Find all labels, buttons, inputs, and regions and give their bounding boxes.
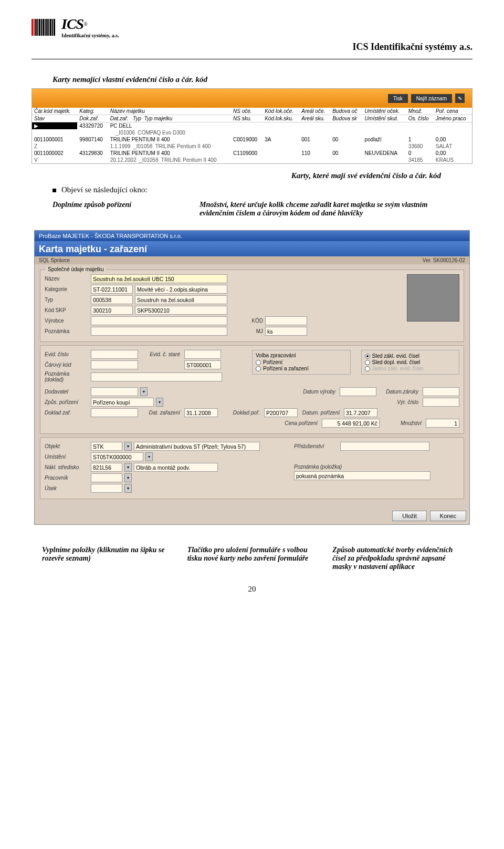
- cost-center-field[interactable]: [91, 463, 122, 472]
- manuf-date-field[interactable]: [340, 387, 376, 396]
- radio-jedno-zakl[interactable]: Jedno zákl. evid. číslo: [365, 366, 456, 371]
- group-common: Společné údaje majetku Název Kategorie T…: [40, 270, 464, 342]
- accessories-field[interactable]: [340, 442, 429, 451]
- chevron-down-icon[interactable]: ▾: [124, 484, 132, 493]
- radio-sled-zakl[interactable]: Sled zákl. evid. čísel: [365, 353, 456, 359]
- logo-subtitle: Identifikační systémy, a.s.: [61, 33, 119, 38]
- divider: [32, 59, 472, 59]
- page-number: 20: [32, 585, 472, 594]
- section-field[interactable]: [91, 484, 122, 493]
- price-field[interactable]: [322, 419, 380, 428]
- logo-area: ICS® Identifikační systémy, a.s.: [32, 16, 472, 38]
- table-subrow: Z1.1.1999 _I01058 TRILINE Pentium II 400…: [32, 143, 472, 150]
- date-acq-field[interactable]: [344, 408, 377, 417]
- item-note-field[interactable]: [294, 471, 430, 480]
- quantity-field[interactable]: [426, 419, 459, 428]
- page-header-right: ICS Identifikační systémy a.s.: [32, 42, 472, 53]
- object-desc-field: [134, 442, 260, 451]
- annotation-right: Množství, které určuje kolik chceme zařa…: [200, 201, 452, 218]
- skp-desc-field: [135, 306, 227, 315]
- status-left: SQL Správce: [39, 257, 70, 263]
- annotation-bottom-1: Vyplníme položky (kliknutím na šipku se …: [42, 546, 172, 571]
- bullet-3: Objeví se následující okno:: [52, 185, 452, 194]
- table-subrow: _I01006 COMPAQ Evo D300: [32, 129, 472, 136]
- object-code-field[interactable]: [91, 442, 122, 451]
- warranty-date-field[interactable]: [423, 387, 459, 396]
- chevron-down-icon[interactable]: ▾: [124, 463, 132, 472]
- window-title: ProBaze MAJETEK - ŠKODA TRANSPORTATION s…: [35, 231, 469, 241]
- name-field[interactable]: [91, 274, 227, 283]
- bullet-icon: [52, 189, 56, 192]
- bullet-3-text: Objeví se následující okno:: [61, 185, 452, 194]
- screenshot-asset-form: ProBaze MAJETEK - ŠKODA TRANSPORTATION s…: [34, 230, 470, 525]
- table-row[interactable]: 001100000243129830TRILINE PENTIUM II 400…: [32, 150, 472, 157]
- chevron-down-icon[interactable]: ▾: [145, 452, 153, 461]
- annotation-bottom-2: Tlačítko pro uložení formuláře s volbou …: [187, 546, 317, 571]
- screenshot-catalog-table: Tisk Najít záznam ✎ Čár.kód majetk.Kateg…: [32, 88, 472, 164]
- st-field: [184, 360, 221, 369]
- chevron-down-icon[interactable]: ▾: [124, 442, 132, 451]
- catalog-toolbar: Tisk Najít záznam ✎: [32, 89, 472, 108]
- supplier-field[interactable]: [91, 387, 138, 396]
- group-location: Objekt▾ Umístění▾ Nákl. středisko▾ Praco…: [40, 437, 464, 499]
- annotation-bottom-3: Způsob automatické tvorby evidenčních čí…: [332, 546, 462, 571]
- annotation-left: Doplníme způsob pořízení: [52, 201, 178, 218]
- table-header-row-2: StavDok.zař.Dat.zař. Typ Typ majetkuNS s…: [32, 115, 472, 122]
- chevron-down-icon[interactable]: ▾: [156, 398, 163, 407]
- worker-field[interactable]: [91, 473, 122, 482]
- print-button[interactable]: Tisk: [388, 94, 408, 103]
- kod-field[interactable]: [265, 316, 307, 325]
- skp-code-field[interactable]: [91, 306, 133, 315]
- form-title: Karta majetku - zařazení: [35, 241, 469, 256]
- group-title: Společné údaje majetku: [46, 266, 106, 272]
- mj-field: [265, 327, 307, 336]
- processing-choice-group: Volba zpracování Pořízení Pořízení a zař…: [252, 350, 351, 375]
- serial-field[interactable]: [423, 398, 459, 407]
- type-code-field[interactable]: [91, 295, 133, 304]
- note-has-evid: Karty, které mají své evidenční číslo a …: [32, 171, 472, 180]
- barcode-field[interactable]: [91, 360, 138, 369]
- table-subrow: V20.12.2002 _I01058 TRILINE Pentium II 4…: [32, 157, 472, 163]
- chevron-down-icon[interactable]: ▾: [124, 473, 132, 482]
- chevron-down-icon[interactable]: ▾: [140, 387, 148, 396]
- save-button[interactable]: Uložit: [392, 511, 427, 521]
- trademark-icon: ®: [83, 21, 88, 27]
- doc-assign-field[interactable]: [91, 408, 138, 417]
- category-code-field[interactable]: [91, 285, 133, 294]
- close-button[interactable]: Konec: [430, 511, 466, 521]
- note-no-evid: Karty nemající vlastní evidenční číslo a…: [52, 75, 472, 84]
- note-doc-field[interactable]: [91, 372, 222, 381]
- type-desc-field: [135, 295, 227, 304]
- cost-center-desc-field: [134, 463, 218, 472]
- evid-number-field[interactable]: [91, 350, 138, 359]
- radio-sled-dopl[interactable]: Sled dopl. evid. čísel: [365, 359, 456, 365]
- radio-porizeni-zarazeni[interactable]: Pořízení a zařazení: [256, 366, 347, 371]
- doc-acq-field[interactable]: [264, 408, 298, 417]
- table-row[interactable]: ▶43329720PC DELL: [32, 122, 472, 130]
- numbering-choice-group: Sled zákl. evid. čísel Sled dopl. evid. …: [361, 350, 460, 375]
- find-record-button[interactable]: Najít záznam: [411, 94, 452, 103]
- image-placeholder: [407, 274, 459, 322]
- edit-icon[interactable]: ✎: [455, 94, 465, 103]
- logo-text: ICS: [61, 16, 83, 32]
- barcode-icon: [32, 19, 55, 36]
- acquisition-method-field[interactable]: [91, 398, 154, 407]
- manufacturer-field[interactable]: [91, 316, 227, 325]
- radio-group-title: Volba zpracování: [256, 353, 347, 358]
- date-assign-field[interactable]: [184, 408, 218, 417]
- group-evidence: Evid. čísloEvid. č. staré Čárový kód Poz…: [40, 345, 464, 434]
- note-field[interactable]: [91, 327, 227, 336]
- radio-porizeni[interactable]: Pořízení: [256, 359, 347, 365]
- catalog-table: Čár.kód majetk.Kateg.Název majetkuNS oče…: [32, 108, 472, 163]
- category-desc-field: [135, 285, 227, 294]
- table-row[interactable]: 001100000199807140TRILINE PENTIUM II 400…: [32, 136, 472, 143]
- evid-old-field[interactable]: [184, 350, 221, 359]
- location-field[interactable]: [91, 452, 143, 461]
- table-header-row-1: Čár.kód majetk.Kateg.Název majetkuNS oče…: [32, 108, 472, 115]
- status-right: Ver. SK080126-02: [423, 257, 465, 263]
